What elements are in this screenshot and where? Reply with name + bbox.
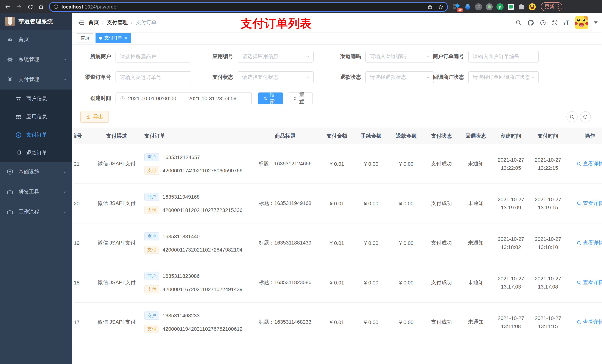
extension-badge: 10 xyxy=(457,8,463,12)
browser-back-button[interactable] xyxy=(3,2,13,11)
table-grid-icon xyxy=(15,113,22,120)
merchant-order-no: 1635311949168 xyxy=(162,194,200,200)
pay-status-select[interactable]: 请选择支付状态 xyxy=(238,71,314,83)
chevron-down-icon xyxy=(63,170,67,174)
extension-y-icon[interactable]: y xyxy=(496,3,504,10)
search-button[interactable]: 搜索 xyxy=(258,93,283,104)
briefcase-icon xyxy=(6,189,14,195)
sidebar-item-system[interactable]: 系统管理 xyxy=(0,50,72,70)
extension-recorder-icon[interactable] xyxy=(485,3,493,10)
sidebar-item-infra[interactable]: 基础设施 xyxy=(0,162,72,182)
browser-reload-button[interactable] xyxy=(25,2,35,11)
col-pay-time: 支付时间 xyxy=(529,133,567,139)
table-row: 19 微信 JSAPI 支付 商户 1635311881440 支付 42000… xyxy=(74,223,602,263)
page: localhost:1024/pay/order 10 ⌘ y 更新 芋道管理系… xyxy=(0,0,602,364)
extension-chat-icon[interactable] xyxy=(507,3,514,10)
chevron-up-icon xyxy=(63,77,67,82)
filter-channel-code: 渠道编码 请输入渠道编码 xyxy=(322,51,434,62)
merchant-tag: 商户 xyxy=(144,312,159,320)
active-dot xyxy=(99,36,102,39)
sidebar-collapse-button[interactable] xyxy=(78,19,85,26)
view-detail-link[interactable]: 查看详情 xyxy=(576,240,602,246)
extension-pinned-icon[interactable]: 10 xyxy=(453,3,461,10)
sidebar-item-pay[interactable]: ¥ 支付管理 xyxy=(0,70,72,90)
merchant-order-no-input[interactable] xyxy=(468,51,539,62)
bookmark-star-icon[interactable] xyxy=(438,4,443,10)
view-detail-link[interactable]: 查看详情 xyxy=(576,161,602,167)
breadcrumb-home[interactable]: 首页 xyxy=(88,19,99,26)
refresh-table-button[interactable] xyxy=(580,111,591,123)
search-icon xyxy=(576,240,581,246)
tag-close-icon[interactable]: × xyxy=(125,35,127,41)
toggle-search-button[interactable] xyxy=(567,111,578,123)
notify-status: 未通知 xyxy=(459,223,492,263)
header-search-button[interactable] xyxy=(515,20,521,26)
pay-status: 支付成功 xyxy=(424,223,459,263)
reset-button[interactable]: 重置 xyxy=(288,93,313,104)
product-title: 标题：1635312124656 xyxy=(250,144,320,184)
sidebar-item-label: 支付订单 xyxy=(26,132,47,138)
merchant-tag: 商户 xyxy=(144,193,159,201)
refund-amount: ¥ 0.00 xyxy=(389,263,424,302)
chevron-down-icon xyxy=(531,75,535,80)
view-detail-link[interactable]: 查看详情 xyxy=(576,319,602,325)
sidebar-item-refund-order[interactable]: 退款订单 xyxy=(0,144,72,162)
pay-order-cell: 商户 1635311823086 支付 42000011672021102710… xyxy=(142,263,250,302)
date-separator: - xyxy=(179,95,185,101)
tag-pay-order[interactable]: 支付订单 × xyxy=(96,33,131,43)
yen-circle-icon: ¥ xyxy=(15,132,22,138)
sidebar-item-label: 应用信息 xyxy=(26,113,47,120)
browser-home-button[interactable] xyxy=(36,2,46,11)
notify-status-select[interactable]: 请选择订单回调商户状态 xyxy=(468,71,539,83)
dashboard-icon xyxy=(6,36,14,43)
sidebar-item-home[interactable]: 首页 xyxy=(0,30,72,50)
extension-gem-icon[interactable] xyxy=(464,3,471,10)
filter-label: 渠道订单号 xyxy=(72,74,116,81)
navbar-actions: ? TT xyxy=(515,16,602,29)
browser-toolbar: localhost:1024/pay/order 10 ⌘ y 更新 xyxy=(0,0,602,13)
fee-amount: ¥ 0.00 xyxy=(354,184,389,223)
view-detail-link[interactable]: 查看详情 xyxy=(576,279,602,286)
sidebar-item-workflow[interactable]: 工作流程 xyxy=(0,202,72,222)
view-detail-link[interactable]: 查看详情 xyxy=(576,200,602,207)
refund-amount: ¥ 0.00 xyxy=(389,144,424,184)
sidebar-item-app-info[interactable]: 应用信息 xyxy=(0,108,72,126)
pay-time: 13:22:15 xyxy=(535,164,561,172)
merchant-input[interactable] xyxy=(116,51,191,62)
fullscreen-button[interactable] xyxy=(551,20,558,26)
channel-order-no-input[interactable] xyxy=(116,71,191,83)
chevron-down-icon xyxy=(63,57,67,62)
url-bar[interactable]: localhost:1024/pay/order xyxy=(49,2,448,12)
fee-amount: ¥ 0.00 xyxy=(354,302,389,342)
refund-amount: ¥ 0.00 xyxy=(389,184,424,223)
filter-app: 应用编号 请选择应用信息 xyxy=(194,51,314,62)
sidebar-item-dev-tools[interactable]: 研发工具 xyxy=(0,182,72,202)
date-range-input[interactable]: 2021-10-01 00:00:00 - 2021-10-31 23:59:5… xyxy=(116,93,252,104)
svg-text:¥: ¥ xyxy=(18,133,20,136)
help-button[interactable]: ? xyxy=(540,20,546,26)
pay-order-no: 4200001174202110278060590766 xyxy=(162,167,243,174)
update-label: 更新 xyxy=(545,3,554,10)
browser-forward-button[interactable] xyxy=(14,2,24,11)
sidebar-item-pay-order[interactable]: ¥ 支付订单 xyxy=(0,126,72,144)
avatar-caret-icon[interactable] xyxy=(594,21,598,24)
extension-command-icon[interactable]: ⌘ xyxy=(475,3,482,10)
app-select[interactable]: 请选择应用信息 xyxy=(238,51,314,62)
browser-update-button[interactable]: 更新 xyxy=(541,2,562,11)
table-row: 20 微信 JSAPI 支付 商户 1635311949168 支付 42000… xyxy=(74,184,602,223)
extensions-puzzle-icon[interactable] xyxy=(517,3,525,10)
font-size-button[interactable]: TT xyxy=(563,20,570,26)
browser-profile-avatar[interactable] xyxy=(528,3,536,10)
export-button[interactable]: 导出 xyxy=(80,111,109,123)
sidebar-item-merchant-info[interactable]: 商户信息 xyxy=(0,90,72,108)
user-avatar[interactable] xyxy=(575,16,588,29)
sidebar-logo[interactable]: 芋道管理系统 xyxy=(0,13,72,30)
browser-menu-icon[interactable] xyxy=(558,4,559,9)
pay-amount: ¥ 0.01 xyxy=(320,302,354,342)
breadcrumb-pay[interactable]: 支付管理 xyxy=(107,19,128,26)
search-icon xyxy=(576,161,581,166)
share-icon[interactable] xyxy=(427,4,433,10)
tag-home[interactable]: 首页 xyxy=(77,33,93,43)
github-button[interactable] xyxy=(527,19,534,26)
pay-amount: ¥ 0.01 xyxy=(320,184,354,223)
